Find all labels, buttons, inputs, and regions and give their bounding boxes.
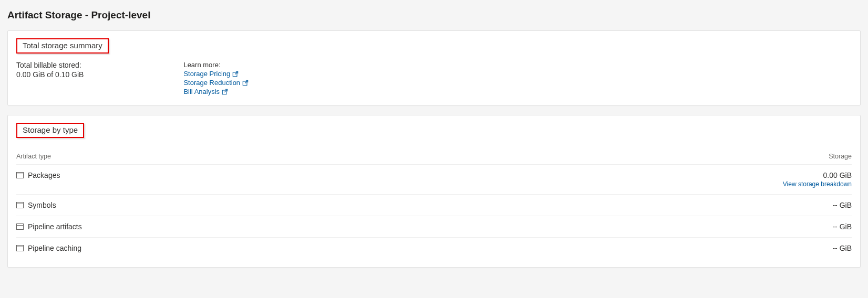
storage-pricing-link[interactable]: Storage Pricing: [183, 70, 230, 78]
summary-card: Total storage summary Total billable sto…: [7, 30, 861, 105]
col-artifact-type: Artifact type: [16, 153, 51, 160]
svg-line-3: [245, 80, 248, 83]
row-value: -- GiB: [832, 201, 852, 209]
billable-value: 0.00 GiB of 0.10 GiB: [16, 70, 84, 79]
learn-more-block: Learn more: Storage Pricing Storage Redu…: [183, 61, 249, 97]
summary-billable: Total billable stored: 0.00 GiB of 0.10 …: [16, 61, 84, 97]
row-label: Symbols: [28, 201, 56, 209]
external-link-icon: [232, 71, 239, 77]
svg-line-5: [224, 89, 228, 92]
row-label: Pipeline artifacts: [28, 222, 82, 231]
table-row: Packages 0.00 GiB View storage breakdown: [16, 165, 852, 195]
summary-heading: Total storage summary: [16, 38, 109, 54]
billable-label: Total billable stored:: [16, 61, 84, 69]
svg-rect-8: [17, 203, 24, 208]
by-type-heading: Storage by type: [16, 123, 84, 138]
artifact-icon: [16, 224, 24, 230]
page-title: Artifact Storage - Project-level: [7, 9, 861, 21]
col-storage: Storage: [829, 153, 852, 160]
external-link-icon: [242, 80, 249, 86]
svg-rect-10: [17, 224, 24, 230]
svg-rect-12: [17, 246, 24, 251]
table-header: Artifact type Storage: [16, 147, 852, 165]
table-row: Pipeline artifacts -- GiB: [16, 216, 852, 238]
storage-by-type-card: Storage by type Artifact type Storage Pa…: [7, 115, 861, 268]
svg-line-1: [235, 71, 238, 74]
row-value: -- GiB: [832, 222, 852, 231]
table-row: Symbols -- GiB: [16, 195, 852, 216]
row-value: 0.00 GiB: [823, 171, 852, 179]
artifact-icon: [16, 172, 24, 178]
artifact-icon: [16, 202, 24, 208]
bill-analysis-link[interactable]: Bill Analysis: [183, 88, 220, 95]
table-row: Pipeline caching -- GiB: [16, 238, 852, 259]
artifact-icon: [16, 245, 24, 251]
svg-rect-6: [17, 173, 24, 178]
storage-reduction-link[interactable]: Storage Reduction: [183, 79, 240, 87]
external-link-icon: [222, 89, 228, 95]
row-value: -- GiB: [832, 244, 852, 252]
view-storage-breakdown-link[interactable]: View storage breakdown: [783, 180, 852, 188]
learn-more-label: Learn more:: [183, 61, 249, 69]
row-label: Pipeline caching: [28, 244, 81, 252]
row-label: Packages: [28, 171, 60, 179]
